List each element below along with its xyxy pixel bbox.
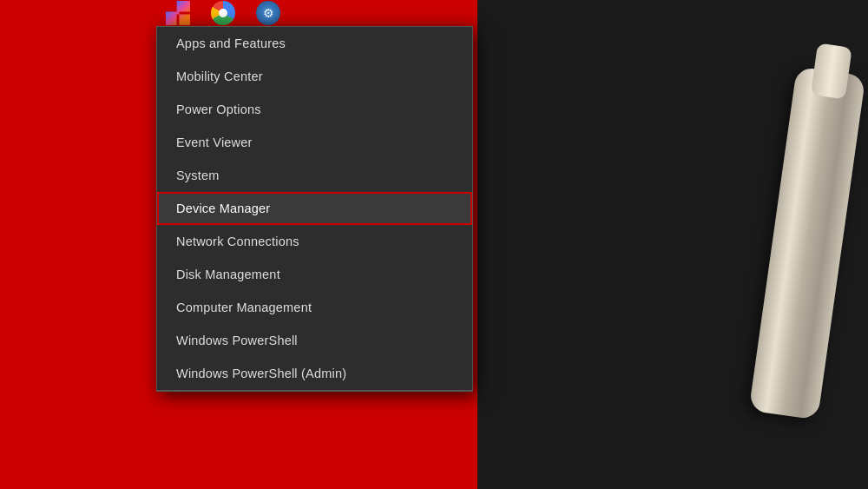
menu-item-system[interactable]: System bbox=[157, 159, 472, 192]
menu-item-device-manager[interactable]: Device Manager bbox=[157, 192, 472, 225]
menu-item-mobility-center[interactable]: Mobility Center bbox=[157, 60, 472, 93]
menu-item-windows-powershell-admin[interactable]: Windows PowerShell (Admin) bbox=[157, 357, 472, 390]
steam-taskbar-icon: ⚙ bbox=[247, 0, 290, 26]
chrome-taskbar-icon bbox=[201, 0, 245, 26]
menu-item-windows-powershell[interactable]: Windows PowerShell bbox=[157, 324, 472, 357]
menu-item-apps-features[interactable]: Apps and Features bbox=[157, 27, 472, 60]
menu-item-event-viewer[interactable]: Event Viewer bbox=[157, 126, 472, 159]
rope-decoration bbox=[749, 66, 866, 420]
menu-item-disk-management[interactable]: Disk Management bbox=[157, 258, 472, 291]
menu-item-network-connections[interactable]: Network Connections bbox=[157, 225, 472, 258]
windows-icon bbox=[166, 1, 190, 25]
context-menu: Apps and Features Mobility Center Power … bbox=[156, 26, 473, 392]
menu-divider bbox=[157, 390, 472, 391]
chrome-icon bbox=[211, 1, 235, 25]
menu-item-power-options[interactable]: Power Options bbox=[157, 93, 472, 126]
menu-item-computer-management[interactable]: Computer Management bbox=[157, 291, 472, 324]
windows-taskbar-icon bbox=[156, 0, 200, 26]
steam-icon: ⚙ bbox=[256, 1, 280, 25]
right-panel bbox=[477, 0, 868, 489]
taskbar-icons: ⚙ bbox=[156, 0, 290, 26]
